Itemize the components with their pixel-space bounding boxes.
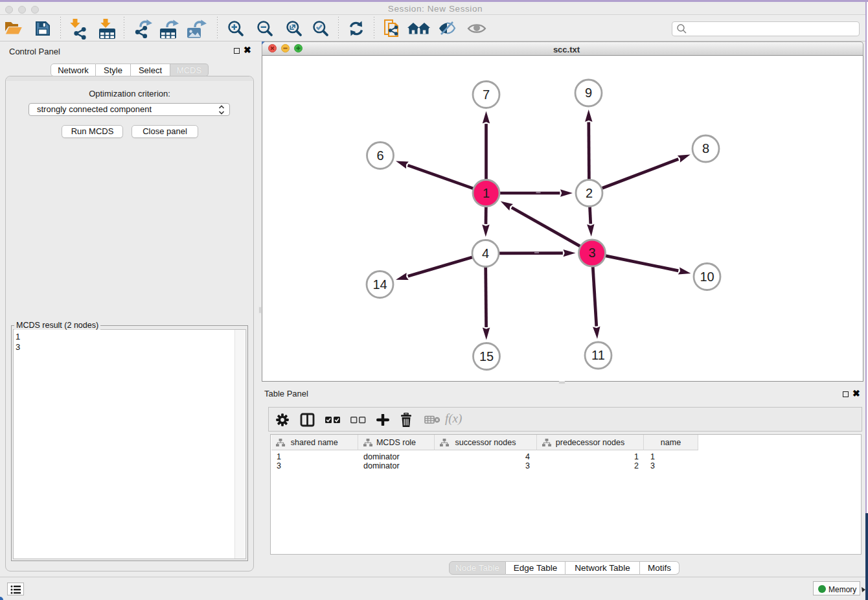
- svg-text:3: 3: [588, 246, 595, 260]
- svg-text:4: 4: [482, 246, 489, 260]
- svg-text:10: 10: [700, 270, 714, 284]
- svg-text:11: 11: [591, 348, 605, 362]
- svg-text:2: 2: [586, 186, 593, 200]
- svg-text:6: 6: [376, 148, 383, 163]
- svg-text:14: 14: [372, 277, 387, 292]
- svg-text:1: 1: [483, 186, 490, 200]
- svg-text:7: 7: [483, 87, 490, 102]
- svg-text:9: 9: [585, 86, 592, 100]
- svg-text:8: 8: [702, 141, 709, 156]
- svg-text:15: 15: [479, 349, 494, 363]
